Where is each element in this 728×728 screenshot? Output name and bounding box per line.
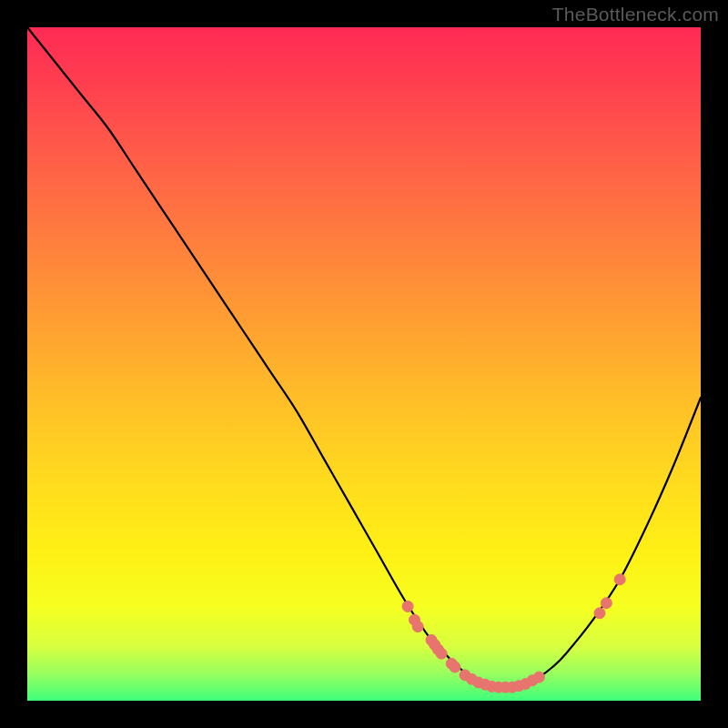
marker-dot	[533, 672, 544, 682]
marker-dot	[601, 598, 612, 609]
chart-frame: TheBottleneck.com	[0, 0, 728, 728]
watermark-text: TheBottleneck.com	[552, 4, 719, 25]
marker-dot	[402, 601, 413, 612]
marker-dot	[614, 574, 625, 585]
marker-dot	[594, 608, 605, 619]
bottleneck-chart-svg	[27, 27, 701, 701]
marker-dot	[436, 648, 447, 659]
bottleneck-curve	[27, 27, 701, 688]
marker-group	[402, 574, 625, 693]
marker-dot	[450, 662, 460, 672]
marker-dot	[412, 622, 423, 632]
plot-area	[27, 27, 701, 701]
